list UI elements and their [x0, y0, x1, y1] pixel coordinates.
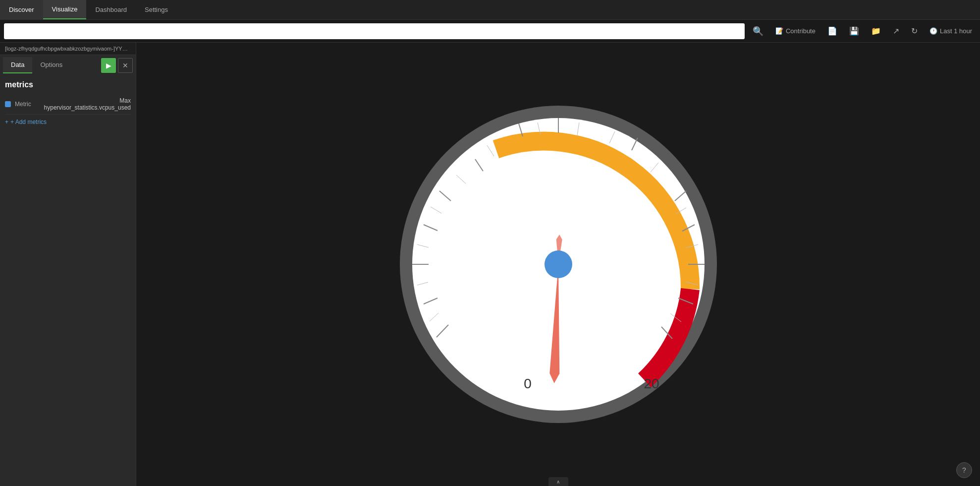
tab-data[interactable]: Data [3, 57, 32, 73]
share-icon-button[interactable]: ↗ [889, 24, 903, 38]
breadcrumb: [logz-zfhyqdgufhcbpgwbxabkzozbgymivaom-]… [0, 43, 136, 55]
time-range-label[interactable]: 🕐 Last 1 hour [926, 27, 976, 35]
gauge-label-0: 0 [524, 376, 532, 391]
contribute-label: Contribute [786, 27, 816, 35]
tab-options[interactable]: Options [32, 57, 70, 73]
add-metrics-label: + Add metrics [10, 119, 47, 125]
time-range-text: Last 1 hour [940, 27, 972, 35]
top-navigation: Discover Visualize Dashboard Settings [0, 0, 980, 20]
metric-row: Metric Max hypervisor_statistics.vcpus_u… [5, 94, 131, 115]
metric-value: Max hypervisor_statistics.vcpus_used [35, 97, 131, 111]
help-button[interactable]: ? [956, 462, 972, 478]
panel-tab-row: Data Options ▶ ✕ [0, 55, 136, 75]
refresh-icon-button[interactable]: ↻ [907, 24, 922, 38]
metric-label: Metric [15, 101, 31, 108]
play-button[interactable]: ▶ [101, 58, 116, 73]
contribute-button[interactable]: 📝 Contribute [771, 27, 819, 35]
nav-visualize[interactable]: Visualize [43, 0, 87, 19]
nav-discover[interactable]: Discover [0, 0, 43, 19]
search-button[interactable]: 🔍 [749, 24, 767, 39]
gauge-container: 0 20 [390, 96, 727, 433]
metrics-section: metrics Metric Max hypervisor_statistics… [0, 75, 136, 134]
left-panel: [logz-zfhyqdgufhcbpgwbxabkzozbgymivaom-]… [0, 43, 136, 486]
folder-icon-button[interactable]: 📁 [867, 24, 885, 38]
search-input[interactable] [8, 27, 741, 35]
search-input-wrapper [4, 23, 745, 39]
svg-point-32 [544, 250, 572, 278]
clock-icon: 🕐 [929, 27, 937, 35]
search-bar-row: 🔍 📝 Contribute 📄 💾 📁 ↗ ↻ 🕐 Last 1 hour [0, 20, 980, 43]
gauge-svg: 0 20 [390, 96, 727, 433]
gauge-label-20: 20 [644, 376, 659, 391]
main-layout: [logz-zfhyqdgufhcbpgwbxabkzozbgymivaom-]… [0, 43, 980, 486]
metric-dot [5, 101, 11, 107]
add-metrics-button[interactable]: + + Add metrics [5, 115, 131, 129]
nav-dashboard[interactable]: Dashboard [86, 0, 136, 19]
document-icon-button[interactable]: 📄 [823, 24, 841, 38]
add-metrics-icon: + [5, 119, 8, 125]
close-button[interactable]: ✕ [118, 58, 133, 73]
nav-settings[interactable]: Settings [136, 0, 177, 19]
contribute-icon: 📝 [775, 27, 783, 35]
metrics-title: metrics [5, 80, 131, 89]
right-content: 0 20 ? ∧ [136, 43, 980, 486]
collapse-handle[interactable]: ∧ [548, 477, 568, 486]
save-icon-button[interactable]: 💾 [845, 24, 863, 38]
